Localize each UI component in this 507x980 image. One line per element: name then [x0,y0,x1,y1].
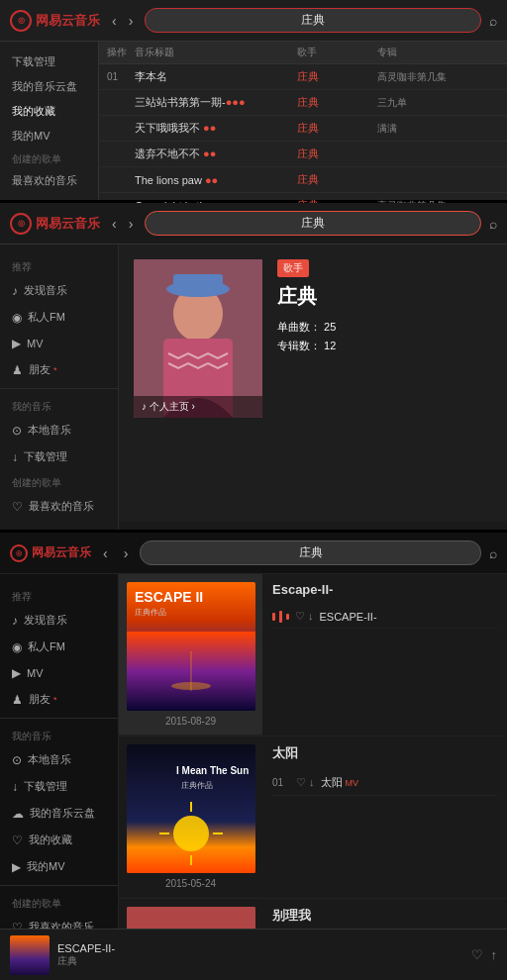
track-row-sun: 01 ♡ ↓ 太阳 MV [272,770,497,796]
sidebar-liked[interactable]: 最喜欢的音乐 [0,168,98,193]
table-row[interactable]: 遗弃不地不不 ●● 庄典 [99,142,507,167]
track-icons-sun: ♡ ↓ [296,776,315,789]
logo-icon-mid: ◎ [10,213,32,235]
sidebar-bottom-local[interactable]: ⊙ 本地音乐 [0,746,118,773]
sidebar-label: 我的音乐云盘 [30,806,95,821]
track-row: ♡ ↓ ESCAPE-II- [272,605,497,629]
playing-indicator [272,611,289,623]
download-icon-b: ↓ [12,780,18,794]
sidebar-bottom-download[interactable]: ↓ 下载管理 [0,773,118,800]
player-heart-button[interactable]: ♡ [471,947,483,962]
sidebar-item-mv[interactable]: ▶ MV [0,331,118,356]
sidebar-item-local[interactable]: ⊙ 本地音乐 [0,417,118,443]
sidebar-label: 发现音乐 [24,283,67,298]
col-header-singer: 歌手 [297,46,378,59]
like-icon-sun[interactable]: ♡ [296,776,306,789]
artist-photo-inner [134,259,262,418]
heart-icon: ♡ [12,500,23,514]
logo-icon-bottom: ◎ [10,544,28,562]
mid-forward-arrow[interactable]: › [125,214,138,234]
local-icon-b: ⊙ [12,753,22,767]
sidebar-divider [0,388,118,389]
sun-svg: I Mean The Sun 庄典作品 [127,744,255,873]
profile-btn[interactable]: ♪ 个人主页 › [142,400,195,414]
sidebar-label-recommend: 推荐 [0,254,118,277]
bottom-search-icon[interactable]: ⌕ [489,545,497,561]
artist-profile: ♪ 个人主页 › 歌手 庄典 单曲数： 25 专辑数： 12 [119,245,507,522]
sidebar-bottom-cloud[interactable]: ☁ 我的音乐云盘 [0,800,118,827]
artist-name: 庄典 [277,283,492,310]
sidebar-favorite[interactable]: 我的收藏 [0,99,98,124]
bottom-search-bar[interactable]: 庄典 [140,540,481,565]
sidebar-item-download[interactable]: ↓ 下载管理 [0,443,118,470]
nav-arrows: ‹ › [108,11,137,31]
mid-search-icon[interactable]: ⌕ [489,216,497,232]
sidebar-mv[interactable]: 我的MV [0,124,98,148]
escape-title-text: ESCAPE II [135,590,203,605]
table-row[interactable]: 01 李本名 庄典 高灵咖非第几集 [99,64,507,90]
like-icon[interactable]: ♡ [295,610,305,623]
search-bar[interactable]: 庄典 [145,8,481,33]
sidebar-bottom-discover[interactable]: ♪ 发现音乐 [0,607,118,634]
track-num-sun: 01 [272,777,290,788]
album-title-leave: 别理我 [272,907,497,925]
player-info: ESCAPE-II- 庄典 [57,942,463,968]
mv-tag-sun: MV [346,778,359,788]
album-item-sun[interactable]: I Mean The Sun 庄典作品 2015-05-24 [119,736,262,898]
album-title-sun: 太阳 [272,744,497,762]
album-nav: ◎ 网易云音乐 ‹ › 庄典 ⌕ [0,533,507,574]
table-row[interactable]: 天下哦哦我不 ●● 庄典 满满 [99,116,507,142]
artist-tag: 歌手 [277,259,309,277]
sidebar-bottom-mymv[interactable]: ▶ 我的MV [0,853,118,880]
sidebar-item-fm[interactable]: ◉ 私人FM [0,304,118,331]
mid-back-arrow[interactable]: ‹ [108,214,121,234]
track-name-escape[interactable]: ESCAPE-II- [320,611,498,623]
artist-section: ◎ 网易云音乐 ‹ › 庄典 ⌕ 推荐 ♪ 发现音乐 ◉ [0,203,507,533]
track-singer: 庄典 [297,121,378,136]
albums-count: 12 [324,340,336,351]
download-track-icon[interactable]: ↓ [308,610,314,623]
sidebar-download[interactable]: 下载管理 [0,49,98,74]
col-header-album: 专辑 [377,46,499,59]
mid-nav: ◎ 网易云音乐 ‹ › 庄典 ⌕ [0,203,507,245]
table-row[interactable]: 三站站书第第一期-●●● 庄典 三九单 [99,90,507,116]
sidebar-bottom-collection[interactable]: ♡ 我的收藏 [0,827,118,853]
bottom-forward-arrow[interactable]: › [120,543,133,563]
singles-count: 25 [324,321,336,333]
track-singer: 庄典 [297,95,378,110]
sidebar-item-discover[interactable]: ♪ 发现音乐 [0,277,118,304]
bottom-sidebar-recommend-label: 推荐 [0,584,118,607]
logo-text: 网易云音乐 [36,12,100,30]
sidebar-item-liked[interactable]: ♡ 最喜欢的音乐 [0,493,118,520]
bottom-sidebar-created-label: 创建的歌单 [0,891,118,914]
album-title-escape: Escape-II- [272,582,497,597]
sidebar-label: 朋友 * [29,692,57,707]
cover-art-sun: I Mean The Sun 庄典作品 [127,744,255,873]
forward-arrow[interactable]: › [125,11,138,31]
sidebar-label-mymusic: 我的音乐 [0,394,118,417]
download-icon: ↓ [12,450,18,464]
artist-portrait-svg [134,259,262,418]
search-icon[interactable]: ⌕ [489,13,497,29]
back-arrow[interactable]: ‹ [108,11,121,31]
mymv-icon-b: ▶ [12,860,21,874]
fm-icon-b: ◉ [12,640,22,654]
sidebar-bottom-mv[interactable]: ▶ MV [0,660,118,686]
album-item-escape[interactable]: ESCAPE II 庄典作品 [119,574,262,735]
download-sun-icon[interactable]: ↓ [309,776,315,789]
player-share-button[interactable]: ↑ [491,947,498,962]
sidebar-label-created: 创建的歌单 [0,470,118,493]
track-singer: 庄典 [297,147,378,161]
sidebar-item-friends[interactable]: ♟ 朋友 * [0,356,118,383]
sidebar-bottom-friends[interactable]: ♟ 朋友 * [0,686,118,713]
table-row[interactable]: The lions paw ●● 庄典 [99,167,507,193]
logo-mid: ◎ 网易云音乐 [10,213,100,235]
result-header: 操作 音乐标题 歌手 专辑 [99,42,507,64]
svg-rect-4 [173,274,223,290]
mid-search-bar[interactable]: 庄典 [145,211,481,236]
bottom-back-arrow[interactable]: ‹ [99,543,112,563]
sidebar-bottom-fm[interactable]: ◉ 私人FM [0,634,118,660]
player-thumbnail [10,935,50,975]
sidebar-cloud[interactable]: 我的音乐云盘 [0,74,98,99]
track-name-sun[interactable]: 太阳 MV [321,775,498,790]
